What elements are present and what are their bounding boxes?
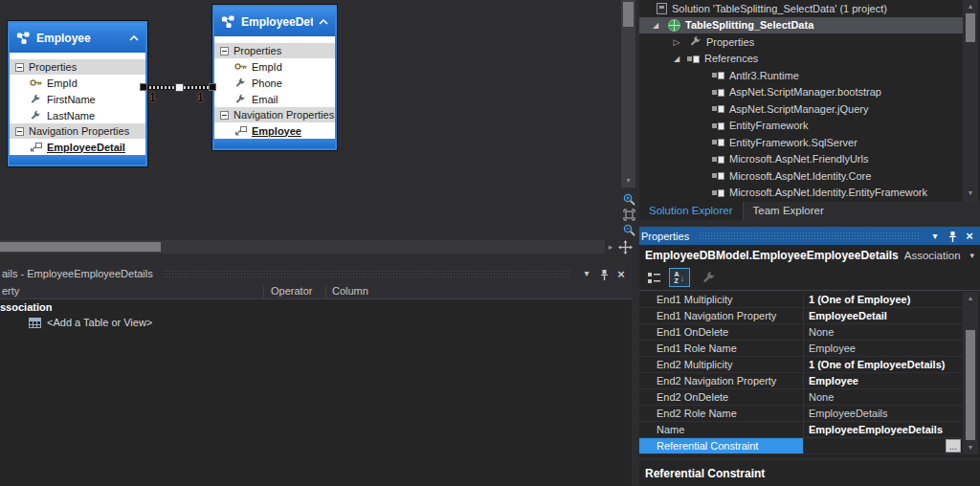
tree-item-reference[interactable]: EntityFramework [639, 118, 963, 135]
chevron-down-icon[interactable]: ▾ [969, 251, 974, 260]
ellipsis-button[interactable]: ... [946, 439, 961, 453]
property-grid-row[interactable]: End2 Role Name EmployeeDetails [639, 406, 963, 422]
scrollbar-thumb[interactable] [966, 330, 975, 440]
property-row[interactable]: LastName [10, 107, 145, 123]
scrollbar-thumb[interactable] [0, 242, 161, 252]
key-icon [29, 78, 42, 87]
tree-item-project[interactable]: ◢ TableSplitting_SelectData [639, 17, 963, 34]
wrench-icon [29, 110, 42, 122]
scrollbar-thumb[interactable] [966, 13, 975, 42]
property-grid-row[interactable]: End1 Role Name Employee [639, 341, 963, 357]
expander-expanded-icon[interactable]: ◢ [651, 21, 660, 30]
column-header-property[interactable]: erty [2, 285, 19, 297]
column-header-operator[interactable]: Operator [271, 285, 312, 297]
column-header-column[interactable]: Column [332, 285, 368, 297]
scroll-down-arrow-icon[interactable]: ▾ [621, 176, 635, 186]
properties-grid-scrollbar[interactable]: ▴ ▾ [963, 292, 978, 454]
scrollbar-thumb[interactable] [623, 2, 634, 27]
object-selector[interactable]: EmployeeDBModel.EmployeeEmployeeDetails … [639, 245, 980, 265]
property-row[interactable]: FirstName [10, 91, 145, 107]
property-grid-row[interactable]: End2 Multiplicity 1 (One of EmployeeDeta… [639, 357, 963, 373]
properties-titlebar[interactable]: Properties ▾ × [639, 227, 980, 245]
tree-item-reference[interactable]: Antlr3.Runtime [639, 67, 963, 84]
solution-tree[interactable]: Solution 'TableSplitting_SelectData' (1 … [639, 0, 963, 202]
tree-item-references[interactable]: ◢ References [639, 51, 963, 68]
property-pages-button[interactable] [702, 271, 716, 285]
tree-item-solution[interactable]: Solution 'TableSplitting_SelectData' (1 … [639, 0, 963, 17]
properties-section-header[interactable]: Properties [214, 43, 335, 58]
entity-employee-details-header[interactable]: EmployeeDet... [214, 7, 335, 36]
properties-section-header[interactable]: Properties [10, 59, 145, 75]
close-icon[interactable]: × [963, 229, 976, 243]
tree-item-reference[interactable]: AspNet.ScriptManager.jQuery [639, 100, 963, 118]
window-position-menu-icon[interactable]: ▾ [928, 229, 942, 244]
mapping-column-headers[interactable]: erty Operator Column [0, 282, 632, 299]
association-connector[interactable]: 1 1 [140, 77, 220, 108]
scroll-right-arrow-icon[interactable]: ▸ [606, 242, 615, 252]
scroll-down-arrow-icon[interactable]: ▾ [963, 443, 978, 453]
property-grid-row[interactable]: End2 OnDelete None [639, 389, 963, 406]
tree-item-properties[interactable]: ▷ Properties [639, 33, 963, 51]
column-separator[interactable] [263, 285, 264, 298]
property-row[interactable]: EmpId [214, 58, 335, 75]
tree-item-reference[interactable]: Microsoft.AspNet.FriendlyUrls [639, 151, 963, 168]
property-grid-row-selected[interactable]: Referential Constraint ... [639, 438, 963, 454]
scroll-up-arrow-icon[interactable]: ▴ [963, 2, 978, 11]
tree-item-reference[interactable]: Microsoft.AspNet.Identity.Core [639, 167, 963, 185]
properties-grid[interactable]: End1 Multiplicity 1 (One of Employee) En… [639, 292, 963, 454]
solution-icon [657, 3, 667, 14]
ef-designer-canvas[interactable]: Employee Properties EmpId FirstName Last… [0, 0, 637, 258]
expander-expanded-icon[interactable]: ◢ [672, 55, 681, 63]
key-icon [234, 62, 247, 71]
categorized-view-button[interactable] [647, 272, 661, 284]
description-title: Referential Constraint [639, 460, 980, 480]
entity-employee[interactable]: Employee Properties EmpId FirstName Last… [8, 21, 147, 166]
navigation-section-header[interactable]: Navigation Properties [214, 107, 335, 122]
tree-item-reference[interactable]: AspNet.ScriptManager.bootstrap [639, 84, 963, 101]
entity-employee-header[interactable]: Employee [10, 23, 145, 53]
pin-icon[interactable] [597, 267, 611, 281]
property-grid-row[interactable]: End1 OnDelete None [639, 324, 963, 341]
pan-button[interactable] [618, 240, 633, 254]
mapping-details-titlebar[interactable]: ails - EmployeeEmployeeDetails ▾ × [0, 265, 632, 282]
property-grid-row[interactable]: End2 Navigation Property Employee [639, 373, 963, 389]
collapse-minus-icon[interactable] [15, 63, 24, 72]
property-grid-row[interactable]: End1 Multiplicity 1 (One of Employee) [639, 292, 963, 308]
pin-icon[interactable] [946, 229, 959, 243]
alphabetical-sort-button[interactable]: AZ ↓ [669, 268, 690, 287]
property-grid-row[interactable]: End1 Navigation Property EmployeeDetail [639, 308, 963, 324]
navigation-property-row[interactable]: EmployeeDetail [10, 139, 145, 155]
property-row[interactable]: Phone [214, 75, 335, 91]
collapse-minus-icon[interactable] [15, 127, 24, 136]
tab-solution-explorer[interactable]: Solution Explorer [639, 202, 743, 220]
collapse-minus-icon[interactable] [220, 47, 229, 55]
expander-collapsed-icon[interactable]: ▷ [672, 37, 681, 47]
collapse-minus-icon[interactable] [220, 111, 229, 120]
mapping-association-group-row[interactable]: ssociation [0, 299, 632, 315]
entity-employee-details[interactable]: EmployeeDet... Properties EmpId Phone Em… [212, 5, 337, 150]
window-position-menu-icon[interactable]: ▾ [580, 266, 593, 281]
association-midpoint-handle[interactable] [175, 83, 184, 92]
zoom-out-button[interactable] [621, 222, 636, 237]
zoom-to-fit-button[interactable] [621, 207, 636, 222]
mapping-add-table-row[interactable]: <Add a Table or View> [0, 315, 632, 330]
scroll-up-arrow-icon[interactable]: ▴ [963, 294, 978, 303]
tree-item-reference[interactable]: EntityFramework.SqlServer [639, 134, 963, 151]
tab-team-explorer[interactable]: Team Explorer [743, 202, 834, 220]
column-separator[interactable] [325, 285, 326, 298]
navigation-section-header[interactable]: Navigation Properties [10, 123, 145, 139]
navigation-property-row[interactable]: Employee [214, 122, 335, 139]
scroll-down-arrow-icon[interactable]: ▾ [963, 188, 978, 198]
collapse-chevron-icon[interactable] [129, 35, 139, 41]
tree-item-reference[interactable]: Microsoft.AspNet.Identity.EntityFramewor… [639, 185, 963, 202]
zoom-in-button[interactable] [621, 191, 636, 207]
designer-horizontal-scrollbar[interactable] [0, 240, 605, 254]
close-icon[interactable]: × [614, 267, 628, 281]
solution-explorer-scrollbar[interactable]: ▴ ▾ [963, 0, 978, 202]
property-row[interactable]: EmpId [10, 75, 145, 91]
property-grid-row[interactable]: Name EmployeeEmployeeDetails [639, 422, 963, 438]
collapse-chevron-icon[interactable] [319, 19, 328, 25]
navigation-property-icon [234, 126, 247, 136]
property-row[interactable]: Email [214, 91, 335, 107]
designer-vertical-scrollbar[interactable]: ▾ [621, 0, 635, 188]
